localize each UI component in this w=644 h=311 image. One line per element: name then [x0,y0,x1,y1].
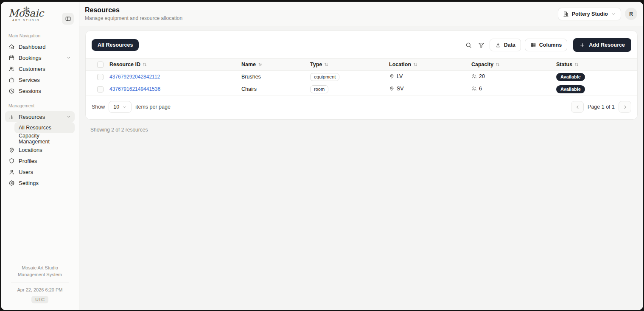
sidebar-item-capacity-management[interactable]: Capacity Management [14,133,75,144]
main-nav-label: Main Navigation [8,33,71,38]
sidebar-item-bookings[interactable]: Bookings [5,52,75,63]
chevron-left-icon [575,104,580,110]
resources-card: All Resources Data [85,31,638,120]
resource-id-link[interactable]: 437679162149441536 [109,86,160,92]
sidebar-item-all-resources[interactable]: All Resources [14,122,75,133]
column-header-status[interactable]: Status [556,62,579,67]
chevron-down-icon [66,114,71,119]
timezone-badge: UTC [31,296,48,303]
chevron-down-icon [611,11,616,17]
users-icon [471,73,477,79]
sidebar-item-services[interactable]: Services [5,74,75,85]
sidebar-item-label: Sessions [19,88,41,94]
show-label: Show [92,104,105,110]
sidebar-item-dashboard[interactable]: Dashboard [5,41,75,52]
footer-line1: Mosaic Art Studio [5,265,75,272]
sidebar-item-profiles[interactable]: Profiles [5,155,75,166]
resource-id-link[interactable]: 437679292042842112 [109,74,160,80]
home-icon [8,44,15,50]
search-button[interactable] [464,41,473,50]
row-checkbox[interactable] [97,86,104,92]
download-icon [495,42,501,48]
table-header-row: Resource ID Name Type Location Capacity … [86,59,637,71]
sidebar-footer: Mosaic Art Studio Management System Apr … [5,265,75,303]
users-icon [471,86,477,91]
shield-icon [8,158,15,164]
status-badge: Available [556,85,585,93]
tab-all-resources[interactable]: All Resources [92,39,139,51]
briefcase-icon [8,77,15,83]
sidebar-item-users[interactable]: Users [5,166,75,177]
footer-divider [11,283,69,283]
status-badge: Available [556,73,585,81]
chevron-down-icon [66,55,71,60]
sidebar-item-customers[interactable]: Customers [5,63,75,74]
resource-capacity: 20 [479,73,485,79]
sort-icon [574,62,579,67]
management-label: Management [8,103,71,108]
prev-page-button[interactable] [571,101,584,113]
user-icon [8,169,15,175]
map-pin-icon [8,147,15,153]
page-subtitle: Manage equipment and resource allocation [85,15,182,21]
sidebar-item-label: Services [19,77,40,83]
column-header-capacity[interactable]: Capacity [471,62,500,67]
resource-name: Brushes [241,74,261,80]
column-header-resource-id[interactable]: Resource ID [109,62,147,67]
column-header-location[interactable]: Location [389,62,418,67]
users-icon [8,66,15,72]
column-header-name[interactable]: Name [241,62,263,67]
chart-bars-icon [8,114,15,120]
resource-name: Chairs [241,86,257,92]
resource-location: SV [397,86,404,92]
sidebar-item-label: Dashboard [19,44,46,50]
sort-icon [142,62,147,67]
chevron-down-icon [122,105,127,109]
sidebar-item-label: Customers [19,66,45,72]
gear-icon [8,180,15,186]
sidebar-item-label: Resources [19,114,45,120]
sidebar: ✻ Mosaic ART STUDIO Main Navigation Dash… [1,2,79,310]
sidebar-item-label: Settings [19,180,39,186]
sidebar-item-label: Locations [19,147,42,153]
row-checkbox[interactable] [97,74,104,80]
columns-button-label: Columns [539,42,562,48]
map-pin-icon [389,73,395,79]
resources-table: Resource ID Name Type Location Capacity … [86,58,637,95]
footer-datetime: Apr 22, 2026 6:20 PM [5,287,75,292]
page-size-value: 10 [113,104,119,110]
resource-location: LV [397,73,403,79]
map-pin-icon [389,86,395,91]
data-export-button[interactable]: Data [490,39,521,51]
workspace-name: Pottery Studio [572,11,608,17]
filter-button[interactable] [477,41,486,50]
pagination-bar: Show 10 items per page Page 1 of 1 [86,95,637,119]
page-size-select[interactable]: 10 [109,101,132,113]
sidebar-item-sessions[interactable]: Sessions [5,85,75,96]
table-row: 437679162149441536 Chairs room SV 6 Avai… [86,83,637,95]
next-page-button[interactable] [619,101,631,113]
sidebar-item-label: Bookings [19,55,41,61]
table-row: 437679292042842112 Brushes equipment LV … [86,71,637,83]
workspace-selector[interactable]: Pottery Studio [558,8,621,20]
sidebar-item-settings[interactable]: Settings [5,177,75,188]
search-icon [465,42,472,49]
columns-button[interactable]: Columns [525,39,567,51]
sidebar-item-label: Capacity Management [19,133,70,145]
clock-icon [8,88,15,94]
results-summary: Showing 2 of 2 resources [90,127,638,133]
add-resource-button[interactable]: Add Resource [573,38,631,52]
sidebar-item-resources[interactable]: Resources [5,111,75,122]
sidebar-item-locations[interactable]: Locations [5,144,75,155]
card-toolbar: All Resources Data [86,31,637,58]
page-header: Resources Manage equipment and resource … [79,2,643,26]
sidebar-toggle-button[interactable] [62,13,74,25]
type-badge: room [310,85,328,93]
user-avatar[interactable]: R [625,8,637,20]
page-title: Resources [85,6,182,14]
brand-logo: ✻ Mosaic ART STUDIO [8,8,44,22]
building-icon [563,11,569,17]
column-header-type[interactable]: Type [310,62,329,67]
select-all-checkbox[interactable] [97,62,104,68]
main-area: Resources Manage equipment and resource … [79,2,643,310]
